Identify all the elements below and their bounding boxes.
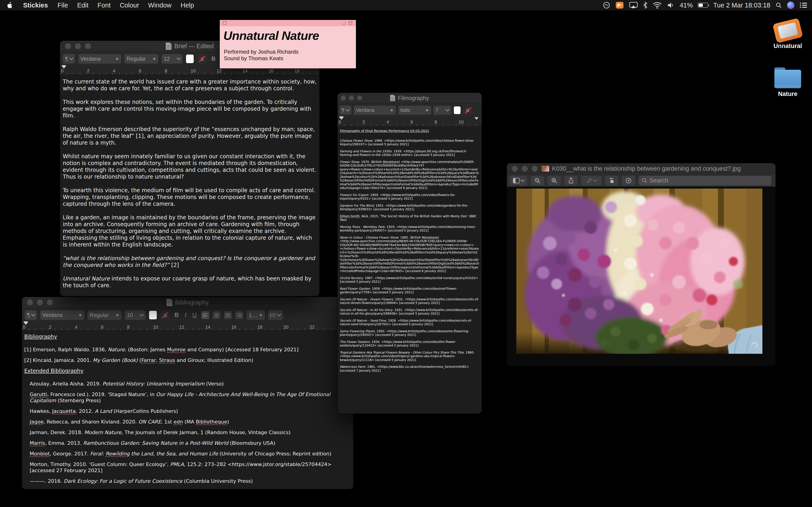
font-family-select[interactable]: Verdana [40, 310, 84, 320]
paragraph-style-dropdown[interactable]: ¶ [63, 54, 75, 64]
close-button[interactable] [341, 96, 346, 101]
align-center-button[interactable] [212, 311, 221, 319]
sticky-note[interactable]: Unnatural Nature Performed by Joshua Ric… [220, 20, 356, 68]
brief-paragraph: Like a garden, an image is maintained by… [63, 214, 317, 248]
close-box-icon[interactable] [223, 21, 227, 25]
line-spacing-select[interactable]: 1… [247, 310, 265, 320]
minimize-button[interactable] [349, 96, 354, 101]
zoom-button[interactable] [357, 96, 362, 101]
menu-app-name[interactable]: Stickies [18, 2, 53, 9]
filmography-entry: Watercress Farm. 1961. <https://www.bbc.… [340, 365, 479, 372]
ruler-number: 6 [100, 325, 126, 330]
text-color-well[interactable]: a [197, 54, 207, 64]
list-style-select[interactable] [268, 310, 283, 320]
paragraph-style-dropdown[interactable]: ¶ [339, 106, 351, 115]
search-field[interactable]: Search [639, 176, 771, 185]
preview-titlebar[interactable]: K030__what is the relationship between g… [507, 163, 775, 174]
ruler-number: 14 [204, 325, 231, 330]
sticky-titlebar[interactable] [220, 20, 356, 26]
ruler-number: 18 [294, 68, 320, 73]
battery-icon[interactable] [698, 3, 708, 8]
right-margin-marker[interactable] [474, 117, 478, 122]
font-size-select[interactable]: 7 [434, 106, 451, 115]
background-color-well[interactable] [149, 310, 157, 320]
sidebar-toggle-button[interactable] [510, 176, 527, 185]
zoom-in-button[interactable] [548, 176, 561, 185]
font-size-select[interactable]: 10 [124, 310, 145, 320]
font-style-select[interactable]: Italic [398, 106, 431, 115]
bluetooth-icon[interactable] [643, 2, 648, 9]
font-style-select[interactable]: Regular [124, 54, 158, 64]
zoom-out-icon [534, 177, 541, 184]
icon-label: Unnatural [766, 43, 809, 50]
bold-button[interactable]: B [210, 55, 217, 62]
font-family-select[interactable]: Verdana [78, 54, 121, 64]
filmography-text[interactable]: Filmography of Final Reviews Performance… [338, 127, 482, 412]
menu-item[interactable]: Window [144, 2, 176, 9]
menu-item[interactable]: Font [93, 2, 115, 9]
rotate-button[interactable] [605, 176, 618, 185]
menu-item[interactable]: File [53, 2, 73, 9]
markup-button[interactable] [581, 176, 602, 185]
siri-icon[interactable] [787, 2, 794, 9]
font-family-select[interactable]: Verdana [354, 106, 396, 115]
control-center-icon[interactable] [799, 2, 807, 8]
zoom-button[interactable] [85, 43, 91, 49]
menu-item[interactable]: Colour [115, 2, 143, 9]
background-color-well[interactable] [453, 106, 461, 115]
apple-menu[interactable] [0, 2, 18, 9]
close-button[interactable] [27, 299, 33, 305]
filmography-entry: Flowers For Export. 1959. <https://www.b… [340, 193, 479, 201]
annotate-button[interactable] [622, 176, 635, 185]
cloud-drive-icon[interactable] [615, 1, 624, 9]
font-size-select[interactable]: 12 [161, 54, 183, 64]
minimize-button[interactable] [522, 166, 528, 172]
minimize-button[interactable] [75, 43, 81, 49]
screen-mirroring-icon[interactable] [629, 2, 638, 9]
menu-item[interactable]: Help [176, 2, 199, 9]
tab-stop-marker[interactable] [62, 66, 66, 71]
underline-button[interactable]: U [191, 312, 198, 319]
bibliography-text[interactable]: Bibliography[1] Emerson, Ralph Waldo. 18… [22, 331, 353, 488]
tab-stop-marker[interactable] [24, 322, 28, 327]
creative-cloud-icon[interactable] [603, 1, 610, 9]
desktop-icon-unnatural[interactable]: Unnatural [766, 21, 809, 50]
background-color-well[interactable] [186, 54, 194, 64]
brief-text[interactable]: The current state of the world has issue… [60, 75, 319, 296]
external-drive-icon [772, 18, 803, 43]
menu-item[interactable]: Edit [72, 2, 93, 9]
zoom-button[interactable] [532, 166, 538, 172]
wifi-icon[interactable] [653, 2, 662, 9]
minimize-button[interactable] [37, 299, 43, 305]
ruler-number: 10 [152, 325, 178, 330]
filmography-titlebar[interactable]: Filmography [338, 93, 482, 103]
ruler-number: 2 [86, 68, 112, 73]
stepper-icon [259, 312, 263, 318]
bibliography-toolbar: ¶ Verdana Regular 10 a B I U 1… [22, 308, 353, 322]
zoom-box-icon[interactable] [348, 21, 352, 25]
zoom-out-button[interactable] [531, 176, 544, 185]
zoom-button[interactable] [47, 299, 53, 305]
filmography-entry: Roof Flower Garden. 1958. <https://www.b… [340, 287, 479, 294]
text-color-well[interactable]: a [160, 310, 170, 320]
share-button[interactable] [564, 176, 577, 185]
italic-button[interactable]: I [183, 312, 188, 319]
desktop-icon-nature[interactable]: Nature [766, 67, 809, 98]
text-color-well[interactable]: a [463, 106, 472, 115]
close-button[interactable] [65, 43, 71, 49]
ruler-number: 12 [178, 325, 204, 330]
align-left-button[interactable] [201, 311, 209, 319]
font-style-select[interactable]: Regular [88, 310, 121, 320]
align-right-button[interactable] [235, 311, 243, 319]
align-justify-button[interactable] [224, 311, 232, 319]
paragraph-style-dropdown[interactable]: ¶ [25, 310, 37, 320]
volume-icon[interactable] [667, 2, 675, 9]
tab-stop-marker[interactable] [339, 117, 344, 122]
menu-clock[interactable]: Tue 2 Mar 18:03:18 [713, 2, 770, 9]
ruler-number: 14 [242, 68, 268, 73]
close-button[interactable] [512, 166, 518, 172]
collapse-triangle-icon[interactable] [342, 21, 346, 25]
spotlight-icon[interactable] [775, 2, 782, 9]
bibliography-titlebar[interactable]: Bibliography [22, 297, 353, 308]
bold-button[interactable]: B [173, 312, 180, 319]
